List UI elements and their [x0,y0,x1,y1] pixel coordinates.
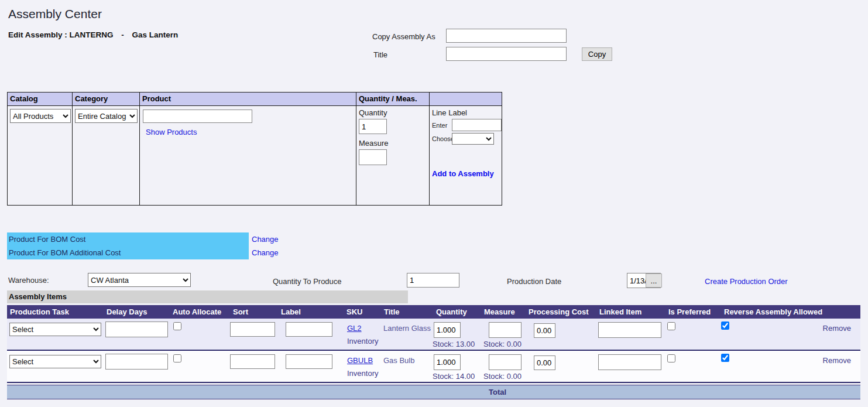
bom-cost-change-link[interactable]: Change [252,235,279,244]
production-date-label: Production Date [507,277,561,286]
warehouse-label: Warehouse: [8,276,49,285]
quantity-input[interactable] [434,322,461,338]
item-title: Gas Bulb [383,356,414,365]
total-bar: Total [7,385,860,399]
picker-header-quantity-meas: Quantity / Meas. [356,93,430,106]
col-label: Label [281,307,301,316]
date-picker-button[interactable]: ... [646,273,662,288]
measure-label: Measure [359,139,427,148]
picker-header-product: Product [140,93,356,106]
line-label-choose-select[interactable] [452,133,494,145]
inventory-link[interactable]: Inventory [347,369,378,378]
total-label: Total [489,388,506,396]
quantity-input[interactable] [434,354,461,370]
delay-days-input[interactable] [105,354,168,370]
col-is-preferred: Is Preferred [668,307,711,316]
processing-cost-input[interactable] [534,323,555,338]
assembly-table-header: Production Task Delay Days Auto Allocate… [7,305,860,319]
label-input[interactable] [286,322,332,337]
picker-measure-input[interactable] [359,149,387,165]
sku-link[interactable]: GL2 [347,324,362,333]
delay-days-input[interactable] [105,322,168,337]
assembly-items-section-title: Assembly Items [7,290,408,303]
catalog-cell: All Products [8,106,73,205]
add-to-assembly-link[interactable]: Add to Assembly [432,169,494,178]
choose-label: Choose [432,135,452,142]
enter-label: Enter [432,122,452,129]
copy-title-input[interactable] [446,47,567,61]
reverse-assembly-checkbox[interactable] [721,322,729,330]
line-label-heading: Line Label [432,108,499,117]
col-linked-item: Linked Item [599,307,641,316]
col-sort: Sort [233,307,248,316]
assembly-row-gbulb: Select GBULB Inventory Gas Bulb Stock: 1… [7,351,860,383]
remove-link[interactable]: Remove [823,324,851,333]
show-products-link[interactable]: Show Products [146,128,197,136]
col-measure: Measure [484,307,515,316]
subtitle-separator: - [121,30,124,39]
col-reverse-assembly-allowed: Reverse Assembly Allowed [724,307,822,316]
picker-header-category: Category [73,93,140,106]
measure-stock-label: Stock: 0.00 [483,372,522,381]
picker-header-blank [430,93,502,106]
is-preferred-checkbox[interactable] [667,322,675,330]
bom-cost-label: Product For BOM Cost [7,232,249,246]
col-sku: SKU [346,307,362,316]
production-task-select[interactable]: Select [9,355,101,368]
quantity-meas-cell: Quantity Measure [356,106,430,205]
col-title: Title [384,307,400,316]
catalog-select[interactable]: All Products [10,109,71,123]
assembly-row-gl2: Select GL2 Inventory Lantern Glass Stock… [7,319,860,351]
quantity-stock-label: Stock: 14.00 [433,372,475,381]
page-title: Assembly Center [8,7,102,21]
bom-additional-cost-label: Product For BOM Additional Cost [7,246,249,259]
quantity-to-produce-input[interactable] [407,273,459,288]
product-picker-table: Catalog Category Product Quantity / Meas… [7,92,502,206]
quantity-to-produce-label: Quantity To Produce [273,277,342,286]
create-production-order-link[interactable]: Create Production Order [705,277,788,286]
col-quantity: Quantity [436,307,467,316]
col-processing-cost: Processing Cost [529,307,589,316]
picker-header-catalog: Catalog [8,93,73,106]
col-auto-allocate: Auto Allocate [173,307,221,316]
linked-item-input[interactable] [598,322,661,338]
auto-allocate-checkbox[interactable] [173,322,181,330]
product-cell: Show Products [140,106,356,205]
col-delay-days: Delay Days [107,307,147,316]
edit-assembly-subtitle: Edit Assembly : LANTERNG - Gas Lantern [8,30,178,39]
quantity-label: Quantity [359,108,427,117]
edit-assembly-code: Edit Assembly : LANTERNG [8,30,114,39]
production-task-select[interactable]: Select [9,323,101,336]
warehouse-select[interactable]: CW Atlanta [88,273,191,287]
auto-allocate-checkbox[interactable] [173,354,181,362]
bom-additional-change-link[interactable]: Change [252,248,279,257]
copy-title-label: Title [373,50,387,59]
measure-stock-label: Stock: 0.00 [483,340,522,348]
item-title: Lantern Glass [383,324,431,333]
sort-input[interactable] [230,322,275,337]
assembly-center-page: Assembly Center Edit Assembly : LANTERNG… [0,0,868,407]
copy-button[interactable]: Copy [582,47,612,61]
quantity-stock-label: Stock: 13.00 [433,340,475,348]
sku-link[interactable]: GBULB [347,356,373,365]
is-preferred-checkbox[interactable] [667,354,675,362]
line-label-cell: Line Label Enter Choose Add to Assembly [430,106,502,205]
category-select[interactable]: Entire Catalog [75,109,138,123]
reverse-assembly-checkbox[interactable] [721,354,729,362]
measure-input[interactable] [489,322,522,338]
linked-item-input[interactable] [598,354,661,370]
measure-input[interactable] [489,354,522,370]
assembly-title-text: Gas Lantern [132,30,179,39]
remove-link[interactable]: Remove [823,356,851,365]
copy-assembly-as-input[interactable] [446,29,567,43]
picker-quantity-input[interactable] [359,119,387,134]
label-input[interactable] [286,354,332,369]
inventory-link[interactable]: Inventory [347,337,378,346]
copy-assembly-as-label: Copy Assembly As [372,32,435,41]
sort-input[interactable] [230,354,275,369]
product-search-input[interactable] [143,110,252,123]
line-label-enter-input[interactable] [452,119,502,131]
category-cell: Entire Catalog [73,106,140,205]
col-production-task: Production Task [10,307,69,316]
processing-cost-input[interactable] [534,355,555,370]
